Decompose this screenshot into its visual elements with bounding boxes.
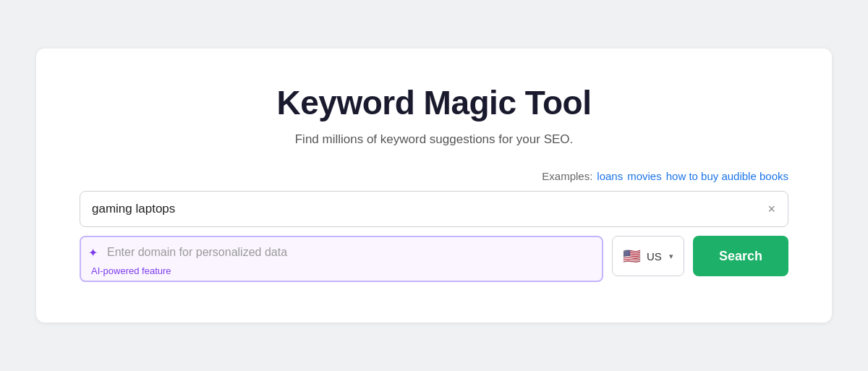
examples-label: Examples: [542,170,592,182]
country-code: US [647,250,662,263]
examples-row: Examples: loans movies how to buy audibl… [80,170,788,182]
page-title: Keyword Magic Tool [80,83,788,122]
domain-input-box: ✦ AI-powered feature [80,236,603,282]
search-button[interactable]: Search [693,236,788,276]
domain-input-wrapper: ✦ AI-powered feature [80,236,603,282]
example-link-movies[interactable]: movies [627,170,662,182]
main-card: Keyword Magic Tool Find millions of keyw… [36,48,832,323]
keyword-input-wrapper: × [80,191,788,227]
country-flag: 🇺🇸 [623,247,641,265]
ai-powered-label: AI-powered feature [91,265,171,276]
country-selector[interactable]: 🇺🇸 US ▾ [612,236,684,276]
example-link-loans[interactable]: loans [597,170,623,182]
clear-button[interactable]: × [765,200,778,218]
chevron-down-icon: ▾ [669,252,673,261]
bottom-row: ✦ AI-powered feature 🇺🇸 US ▾ Search [80,236,788,282]
domain-input[interactable] [107,246,590,259]
sparkle-icon: ✦ [88,246,98,260]
example-link-audible[interactable]: how to buy audible books [666,170,788,182]
keyword-input[interactable] [80,191,788,227]
page-subtitle: Find millions of keyword suggestions for… [80,132,788,147]
